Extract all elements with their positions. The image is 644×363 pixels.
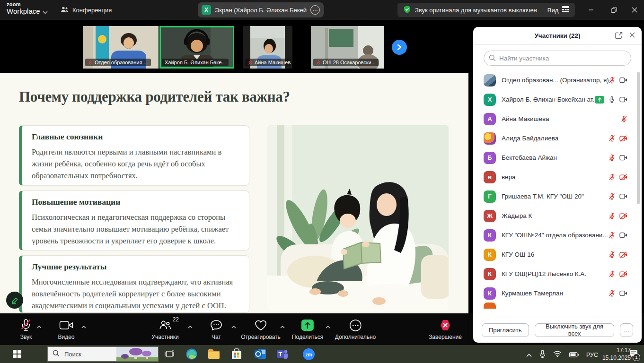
participant-status-icons: [609, 193, 636, 200]
taskbar-search-input[interactable]: [63, 350, 117, 358]
tray-clock[interactable]: 17:17 15.10.2025: [602, 346, 631, 362]
avatar: X: [484, 94, 496, 106]
panel-scrollbar[interactable]: [637, 72, 640, 204]
tray-chevron-icon[interactable]: [526, 351, 532, 359]
participants-label: Участники: [151, 334, 178, 340]
participant-row[interactable]: ККГУ "ОШ№24" отдела образовани...: [473, 225, 636, 245]
video-thumbnail[interactable]: ОШ 28 Осакаровски...: [311, 26, 384, 69]
video-thumbnail[interactable]: Айна Макишева: [243, 26, 292, 69]
avatar: А: [484, 113, 496, 125]
mic-muted-icon: [248, 60, 253, 65]
tab-options-icon[interactable]: …: [310, 5, 320, 15]
popout-icon[interactable]: [615, 32, 623, 41]
participant-row[interactable]: ГГришаева Т.М. КГУ "ОШ 20": [473, 187, 636, 206]
video-button[interactable]: Видео: [58, 318, 74, 340]
participant-name: Курмашев Тамерлан: [502, 290, 609, 297]
audio-options-caret[interactable]: [37, 322, 42, 330]
end-meeting-button[interactable]: Завершение: [429, 318, 462, 340]
tab-screen-share[interactable]: X Экран (Хайрол Б. Әлихан Бөкей …: [198, 2, 324, 17]
video-options-caret[interactable]: [81, 322, 86, 330]
search-highlight-image[interactable]: [116, 347, 158, 362]
react-options-caret[interactable]: [280, 322, 285, 330]
next-videos-button[interactable]: [392, 40, 407, 55]
participant-row[interactable]: ввера: [473, 167, 636, 187]
status-text: Звук оригинала для музыкантов выключен: [415, 7, 537, 14]
mic-muted-icon: [609, 290, 615, 297]
edge-icon[interactable]: [185, 347, 198, 361]
tray-mic-icon[interactable]: [539, 350, 546, 360]
tray-date: 15.10.2025: [602, 354, 631, 362]
participants-options-caret[interactable]: [188, 322, 193, 330]
participant-row[interactable]: ККурмашев Тамерлан: [473, 284, 636, 303]
view-button-label[interactable]: Вид: [547, 7, 559, 14]
camera-off-icon: [619, 174, 627, 181]
mic-muted-icon: [609, 251, 615, 258]
participant-name: Жадыра К: [502, 212, 609, 219]
video-name-label: Айна Макишева: [245, 59, 291, 66]
participant-row[interactable]: ААйна Макишева: [473, 109, 636, 129]
minimize-button[interactable]: [580, 0, 602, 20]
search-participant[interactable]: [484, 51, 631, 66]
tray-wifi-icon[interactable]: [553, 351, 562, 359]
card-title: Главные союзники: [32, 132, 240, 142]
audio-button[interactable]: Звук: [20, 318, 32, 340]
task-view-icon[interactable]: [163, 347, 176, 361]
chevron-down-icon[interactable]: [43, 8, 48, 16]
language-indicator[interactable]: РУС: [586, 352, 598, 358]
card-body: Многочисленные исследования подтверждают…: [32, 276, 240, 311]
more-button[interactable]: Дополнительно: [335, 318, 376, 340]
participant-row[interactable]: Отдел образован... (Организатор, я): [473, 70, 636, 90]
video-name-label: ОШ 28 Осакаровски...: [313, 59, 379, 66]
close-icon[interactable]: [624, 0, 644, 20]
search-participant-input[interactable]: [484, 51, 631, 66]
invite-button[interactable]: Пригласить: [482, 323, 529, 337]
mic-muted-icon: [609, 154, 615, 161]
teams-icon[interactable]: [276, 347, 289, 361]
close-panel-icon[interactable]: [629, 32, 635, 40]
file-explorer-icon[interactable]: [207, 347, 221, 361]
taskbar-search[interactable]: [47, 346, 159, 362]
video-thumbnail[interactable]: Отдел образования ...: [83, 26, 159, 69]
tab-meeting[interactable]: Конференция: [61, 0, 112, 20]
audio-label: Звук: [20, 334, 32, 340]
slide-title: Почему поддержка родителей так важна?: [19, 88, 290, 105]
participants-panel: Участники (22) Отдел образован... (Орган…: [473, 27, 642, 343]
mic-muted-icon: [609, 77, 615, 84]
participant-row[interactable]: Алида Байдалиева: [473, 129, 636, 148]
avatar: [484, 132, 496, 145]
outlook-icon[interactable]: [254, 347, 267, 361]
slide-illustration: [267, 125, 449, 311]
tray-battery-icon[interactable]: [569, 351, 579, 359]
chat-options-caret[interactable]: [231, 322, 236, 330]
video-thumbnail-active-speaker[interactable]: Хайрол Б. Әлихан Бөке...: [159, 26, 234, 69]
notification-center-icon[interactable]: 1: [629, 349, 638, 359]
participant-status-icons: [609, 270, 636, 277]
avatar: в: [484, 171, 496, 183]
annotate-button[interactable]: [6, 292, 23, 309]
shield-check-icon: [403, 5, 411, 15]
view-grid-icon[interactable]: [562, 6, 569, 14]
share-screen-label: Поделиться: [292, 334, 323, 340]
participant-status-icons: [609, 135, 636, 142]
chat-button[interactable]: Чат: [210, 318, 222, 340]
share-screen-button[interactable]: Поделиться: [292, 318, 323, 340]
participant-row[interactable]: ББектебаева Айжан: [473, 148, 636, 167]
participant-row[interactable]: ККГУ ОШ 16: [473, 245, 636, 264]
video-name-label: Хайрол Б. Әлихан Бөке...: [162, 59, 229, 66]
participant-row[interactable]: ЖЖадыра К: [473, 206, 636, 225]
participant-row[interactable]: XХайрол Б. Әлихан Бөкейхан ат...: [473, 90, 636, 109]
react-button[interactable]: Отреагировать: [241, 318, 281, 340]
participants-button[interactable]: 22 Участники: [151, 318, 178, 340]
start-button[interactable]: [8, 348, 26, 360]
share-options-caret[interactable]: [326, 322, 330, 330]
mute-all-button[interactable]: Выключить звук для всех: [535, 323, 615, 337]
restore-button[interactable]: [603, 0, 625, 20]
screen-share-badge: [595, 96, 604, 104]
panel-more-button[interactable]: ...: [620, 323, 633, 337]
participant-row[interactable]: ККГУ ОШ(РЦ)12 Лысенко К.А.: [473, 264, 636, 284]
avatar: Г: [484, 190, 496, 203]
zoom-app-icon[interactable]: zm: [302, 347, 315, 361]
ms-store-icon[interactable]: [230, 347, 243, 361]
more-label: Дополнительно: [335, 334, 376, 340]
mic-muted-icon: [609, 173, 615, 181]
